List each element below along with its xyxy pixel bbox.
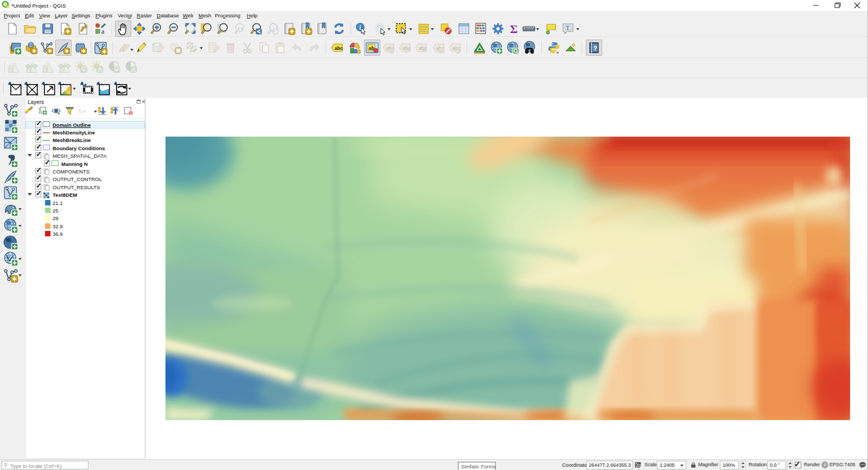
svg-text:a: a	[101, 28, 105, 35]
svg-text:1:1: 1:1	[237, 26, 244, 31]
svg-text:T: T	[566, 25, 570, 31]
svg-text:Σ: Σ	[510, 22, 518, 35]
svg-text:ε: ε	[79, 106, 81, 114]
svg-text:?: ?	[593, 45, 597, 51]
svg-text:abc: abc	[335, 46, 343, 51]
